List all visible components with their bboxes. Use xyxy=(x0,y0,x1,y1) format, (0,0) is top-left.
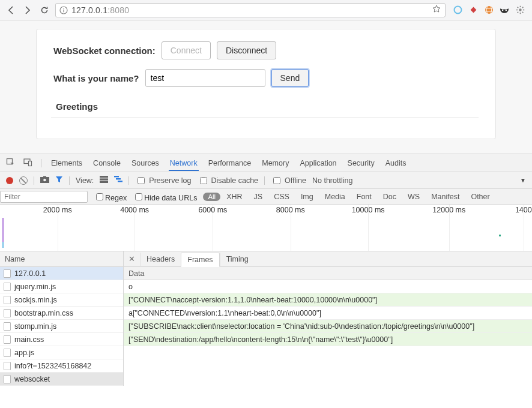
divider xyxy=(41,159,41,167)
detail-tabs: ✕ HeadersFramesTiming xyxy=(124,251,532,267)
svg-rect-19 xyxy=(29,161,32,166)
disconnect-button[interactable]: Disconnect xyxy=(217,41,276,59)
devtools-tab-audits[interactable]: Audits xyxy=(384,155,408,171)
request-row[interactable]: 127.0.0.1 xyxy=(0,267,123,280)
file-icon xyxy=(4,375,11,383)
request-row[interactable]: info?t=1523245168842 xyxy=(0,359,123,373)
filter-type-doc[interactable]: Doc xyxy=(383,193,396,201)
ext-ball-icon[interactable] xyxy=(484,5,494,15)
detail-tab-timing[interactable]: Timing xyxy=(220,253,255,266)
page-viewport: WebSocket connection: Connect Disconnect… xyxy=(0,20,532,154)
filter-type-js[interactable]: JS xyxy=(254,193,263,201)
frame-row[interactable]: a["CONNECTED\nversion:1.1\nheart-beat:0,… xyxy=(124,307,532,320)
filter-type-all[interactable]: All xyxy=(203,193,220,201)
close-details-icon[interactable]: ✕ xyxy=(124,254,140,263)
network-filter-bar: Regex Hide data URLs All XHRJSCSSImgMedi… xyxy=(0,189,532,205)
file-icon xyxy=(4,269,11,278)
frame-row[interactable]: ["SUBSCRIBE\nack:client\nselector:locati… xyxy=(124,320,532,333)
filter-type-manifest[interactable]: Manifest xyxy=(431,193,459,201)
svg-point-6 xyxy=(502,9,503,10)
devtools-tab-performance[interactable]: Performance xyxy=(207,155,253,171)
hide-data-urls-checkbox[interactable]: Hide data URLs xyxy=(133,191,197,202)
back-button[interactable] xyxy=(5,4,17,16)
devtools-tab-console[interactable]: Console xyxy=(92,155,122,171)
site-info-icon[interactable] xyxy=(59,6,68,14)
file-icon xyxy=(4,283,11,291)
connect-button[interactable]: Connect xyxy=(162,41,211,59)
detail-tab-frames[interactable]: Frames xyxy=(181,253,219,267)
filter-type-other[interactable]: Other xyxy=(471,193,489,201)
capture-screenshot-icon[interactable] xyxy=(40,176,49,185)
clear-button[interactable] xyxy=(19,176,28,185)
request-row[interactable]: websocket xyxy=(0,373,123,386)
filter-type-media[interactable]: Media xyxy=(325,193,345,201)
network-toolbar: View: Preserve log Disable cache Offline… xyxy=(0,172,532,189)
inspect-icon[interactable] xyxy=(6,158,15,169)
open-drawer-icon[interactable]: ▼ xyxy=(520,177,526,184)
svg-rect-1 xyxy=(63,9,64,11)
bookmark-star-icon[interactable] xyxy=(432,4,441,16)
ext-mask-icon[interactable] xyxy=(500,5,509,15)
regex-checkbox[interactable]: Regex xyxy=(94,191,127,202)
frame-row[interactable]: ["SEND\ndestination:/app/hello\ncontent-… xyxy=(124,333,532,346)
filter-type-img[interactable]: Img xyxy=(301,193,313,201)
request-details: ✕ HeadersFramesTiming Data o["CONNECT\na… xyxy=(124,251,532,386)
request-row[interactable]: app.js xyxy=(0,346,123,359)
forward-button[interactable] xyxy=(22,4,34,16)
send-button[interactable]: Send xyxy=(271,69,309,87)
devtools-tab-network[interactable]: Network xyxy=(169,155,199,171)
ext-diamond-icon[interactable] xyxy=(468,5,478,15)
reload-button[interactable] xyxy=(38,4,50,16)
record-button[interactable] xyxy=(6,177,13,184)
address-bar[interactable]: 127.0.0.1:8080 xyxy=(55,3,446,17)
frame-row[interactable]: ["CONNECT\naccept-version:1.1,1.0\nheart… xyxy=(124,293,532,307)
svg-rect-27 xyxy=(116,178,121,179)
filter-input[interactable] xyxy=(0,191,88,203)
filter-type-ws[interactable]: WS xyxy=(408,193,420,201)
devtools-tab-memory[interactable]: Memory xyxy=(261,155,290,171)
waterfall-icon[interactable] xyxy=(114,176,122,185)
timeline-tick: 1400 xyxy=(515,206,532,214)
filter-type-xhr[interactable]: XHR xyxy=(226,193,242,201)
timeline-tick: 12000 ms xyxy=(432,206,465,214)
view-label: View: xyxy=(76,176,94,185)
svg-point-7 xyxy=(506,9,507,10)
request-row[interactable]: jquery.min.js xyxy=(0,280,123,293)
page-card: WebSocket connection: Connect Disconnect… xyxy=(36,29,496,139)
file-icon xyxy=(4,296,11,304)
filter-toggle-icon[interactable] xyxy=(55,176,63,185)
devtools-tab-security[interactable]: Security xyxy=(346,155,376,171)
device-toggle-icon[interactable] xyxy=(23,158,32,169)
throttling-select[interactable]: No throttling xyxy=(312,176,352,185)
request-list-header[interactable]: Name xyxy=(0,251,123,267)
filter-type-font[interactable]: Font xyxy=(357,193,372,201)
name-row: What is your name? Send xyxy=(53,69,479,87)
timeline-tick: 2000 ms xyxy=(43,206,72,214)
network-timeline[interactable]: 2000 ms4000 ms6000 ms8000 ms10000 ms1200… xyxy=(0,205,532,251)
request-row[interactable]: stomp.min.js xyxy=(0,320,123,333)
request-name: bootstrap.min.css xyxy=(14,309,73,317)
svg-rect-4 xyxy=(470,7,476,13)
disable-cache-checkbox[interactable]: Disable cache xyxy=(198,175,259,186)
filter-type-css[interactable]: CSS xyxy=(274,193,289,201)
request-name: info?t=1523245168842 xyxy=(14,362,91,370)
large-rows-icon[interactable] xyxy=(100,176,108,185)
address-host: 127.0.0.1 xyxy=(71,5,107,15)
request-name: websocket xyxy=(14,375,50,383)
frame-row[interactable]: o xyxy=(124,280,532,293)
offline-checkbox[interactable]: Offline xyxy=(271,175,306,186)
request-row[interactable]: sockjs.min.js xyxy=(0,293,123,307)
svg-line-13 xyxy=(517,7,518,8)
svg-point-8 xyxy=(519,8,521,11)
name-input[interactable] xyxy=(145,69,265,87)
request-row[interactable]: main.css xyxy=(0,333,123,346)
devtools-tab-sources[interactable]: Sources xyxy=(130,155,160,171)
ext-gear-icon[interactable] xyxy=(515,5,525,15)
preserve-log-checkbox[interactable]: Preserve log xyxy=(135,175,191,186)
divider xyxy=(128,176,129,185)
devtools-tab-application[interactable]: Application xyxy=(298,155,337,171)
ext-circle-icon[interactable] xyxy=(453,5,462,15)
request-row[interactable]: bootstrap.min.css xyxy=(0,307,123,320)
detail-tab-headers[interactable]: Headers xyxy=(140,253,181,266)
devtools-tab-elements[interactable]: Elements xyxy=(50,155,83,171)
